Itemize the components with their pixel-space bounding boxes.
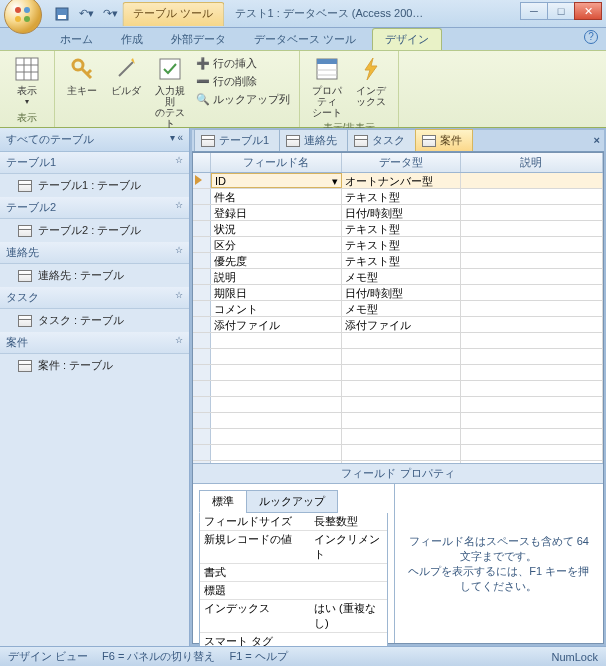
document-area: テーブル1連絡先タスク案件 × フィールド名 データ型 説明 ID ▾オートナン… <box>190 128 606 646</box>
lookup-icon: 🔍 <box>196 93 210 107</box>
svg-rect-15 <box>160 59 180 79</box>
grid-row-empty[interactable] <box>193 349 603 365</box>
col-description[interactable]: 説明 <box>461 153 603 172</box>
nav-item[interactable]: 案件 : テーブル <box>0 354 189 377</box>
window-title: テスト1 : データベース (Access 200… <box>235 6 424 21</box>
table-icon <box>201 135 215 147</box>
property-row[interactable]: インデックスはい (重複なし) <box>200 600 387 633</box>
navigation-pane: すべてのテーブル▾ « テーブル1☆テーブル1 : テーブルテーブル2☆テーブル… <box>0 128 190 646</box>
nav-group-header[interactable]: テーブル2☆ <box>0 197 189 219</box>
grid-row[interactable]: 状況テキスト型 <box>193 221 603 237</box>
svg-line-14 <box>119 62 133 76</box>
nav-pane-header[interactable]: すべてのテーブル▾ « <box>0 128 189 152</box>
minimize-button[interactable]: ─ <box>520 2 548 20</box>
tab-create[interactable]: 作成 <box>109 29 155 50</box>
document-tab[interactable]: 案件 <box>415 129 473 151</box>
lookup-column-button[interactable]: 🔍ルックアップ列 <box>193 91 293 108</box>
svg-point-1 <box>24 7 30 13</box>
builder-button[interactable]: ビルダ <box>105 53 147 98</box>
row-selector-header[interactable] <box>193 153 211 172</box>
document-tabs: テーブル1連絡先タスク案件 × <box>192 130 604 152</box>
view-button[interactable]: 表示▾ <box>6 53 48 109</box>
primary-key-button[interactable]: 主キー <box>61 53 103 98</box>
close-button[interactable]: ✕ <box>574 2 602 20</box>
grid-row-empty[interactable] <box>193 397 603 413</box>
grid-row-empty[interactable] <box>193 413 603 429</box>
tab-database-tools[interactable]: データベース ツール <box>242 29 368 50</box>
tab-external-data[interactable]: 外部データ <box>159 29 238 50</box>
table-icon <box>18 225 32 237</box>
grid-row[interactable]: 登録日日付/時刻型 <box>193 205 603 221</box>
grid-row[interactable]: 優先度テキスト型 <box>193 253 603 269</box>
field-properties-help: フィールド名はスペースも含めて 64 文字までです。 ヘルプを表示するには、F1… <box>394 484 604 643</box>
document-tab[interactable]: 連絡先 <box>279 129 348 151</box>
nav-group-header[interactable]: 連絡先☆ <box>0 242 189 264</box>
grid-row[interactable]: 期限日日付/時刻型 <box>193 285 603 301</box>
nav-item[interactable]: タスク : テーブル <box>0 309 189 332</box>
grid-row-empty[interactable] <box>193 429 603 445</box>
nav-item[interactable]: テーブル1 : テーブル <box>0 174 189 197</box>
property-row[interactable]: フィールドサイズ長整数型 <box>200 513 387 531</box>
document-tab[interactable]: タスク <box>347 129 416 151</box>
grid-row[interactable]: 区分テキスト型 <box>193 237 603 253</box>
maximize-button[interactable]: □ <box>547 2 575 20</box>
fp-tab-general[interactable]: 標準 <box>199 490 247 513</box>
grid-row-empty[interactable] <box>193 333 603 349</box>
indexes-button[interactable]: インデックス <box>350 53 392 109</box>
table-icon <box>18 360 32 372</box>
nav-group-header[interactable]: 案件☆ <box>0 332 189 354</box>
save-icon[interactable] <box>52 4 72 24</box>
table-icon <box>18 270 32 282</box>
grid-body[interactable]: ID ▾オートナンバー型件名テキスト型登録日日付/時刻型状況テキスト型区分テキス… <box>193 173 603 463</box>
col-data-type[interactable]: データ型 <box>342 153 461 172</box>
fp-tab-lookup[interactable]: ルックアップ <box>246 490 338 513</box>
title-bar: ↶▾ ↷▾ ▾ テーブル ツール テスト1 : データベース (Access 2… <box>0 0 606 28</box>
grid-row[interactable]: 説明メモ型 <box>193 269 603 285</box>
property-row[interactable]: 標題 <box>200 582 387 600</box>
svg-point-3 <box>24 16 30 22</box>
test-validation-button[interactable]: 入力規則 のテスト <box>149 53 191 131</box>
key-icon <box>68 55 96 83</box>
design-grid: フィールド名 データ型 説明 ID ▾オートナンバー型件名テキスト型登録日日付/… <box>192 152 604 644</box>
nav-group-header[interactable]: タスク☆ <box>0 287 189 309</box>
nav-item[interactable]: テーブル2 : テーブル <box>0 219 189 242</box>
svg-point-0 <box>15 7 21 13</box>
redo-icon[interactable]: ↷▾ <box>100 4 120 24</box>
grid-row[interactable]: 添付ファイル添付ファイル <box>193 317 603 333</box>
table-icon <box>18 180 32 192</box>
document-tab[interactable]: テーブル1 <box>194 129 280 151</box>
tab-close-icon[interactable]: × <box>594 134 600 146</box>
property-row[interactable]: 書式 <box>200 564 387 582</box>
grid-row[interactable]: コメントメモ型 <box>193 301 603 317</box>
lightning-icon <box>357 55 385 83</box>
nav-group-header[interactable]: テーブル1☆ <box>0 152 189 174</box>
grid-row[interactable]: 件名テキスト型 <box>193 189 603 205</box>
svg-point-2 <box>15 16 21 22</box>
office-button[interactable] <box>4 0 42 34</box>
workspace: すべてのテーブル▾ « テーブル1☆テーブル1 : テーブルテーブル2☆テーブル… <box>0 128 606 646</box>
grid-row-empty[interactable] <box>193 365 603 381</box>
tab-design[interactable]: デザイン <box>372 28 442 50</box>
wand-icon <box>112 55 140 83</box>
insert-row-icon: ➕ <box>196 57 210 71</box>
field-properties-title: フィールド プロパティ <box>193 463 603 483</box>
undo-icon[interactable]: ↶▾ <box>76 4 96 24</box>
tab-home[interactable]: ホーム <box>48 29 105 50</box>
nav-item[interactable]: 連絡先 : テーブル <box>0 264 189 287</box>
status-f6: F6 = パネルの切り替え <box>102 649 215 664</box>
grid-row[interactable]: ID ▾オートナンバー型 <box>193 173 603 189</box>
property-sheet-button[interactable]: プロパティ シート <box>306 53 348 120</box>
delete-row-icon: ➖ <box>196 75 210 89</box>
help-icon[interactable]: ? <box>584 30 598 44</box>
group-views-label: 表示 <box>6 110 48 125</box>
table-icon <box>286 135 300 147</box>
delete-rows-button[interactable]: ➖行の削除 <box>193 73 293 90</box>
property-row[interactable]: 新規レコードの値インクリメント <box>200 531 387 564</box>
table-icon <box>354 135 368 147</box>
grid-row-empty[interactable] <box>193 445 603 461</box>
svg-rect-17 <box>317 59 337 64</box>
col-field-name[interactable]: フィールド名 <box>211 153 342 172</box>
insert-rows-button[interactable]: ➕行の挿入 <box>193 55 293 72</box>
status-numlock: NumLock <box>552 651 598 663</box>
grid-row-empty[interactable] <box>193 381 603 397</box>
